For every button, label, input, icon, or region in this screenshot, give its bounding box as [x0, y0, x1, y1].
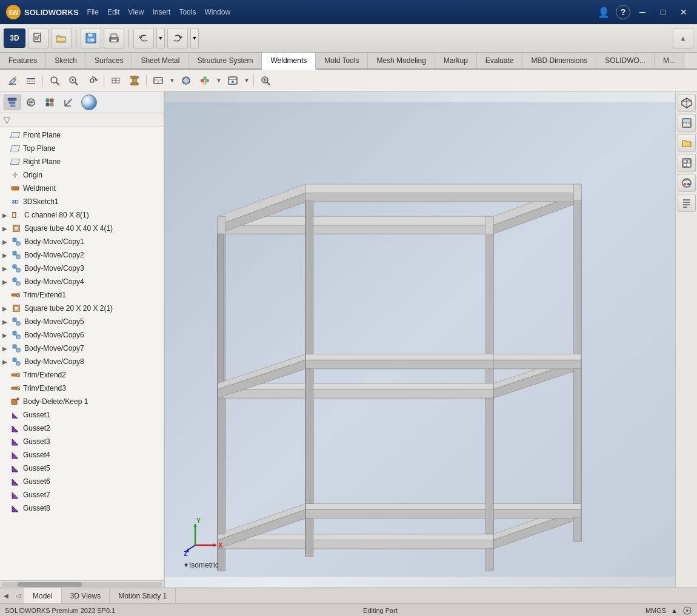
menu-file[interactable]: File [84, 7, 102, 18]
tab-sheet-metal[interactable]: Sheet Metal [132, 53, 188, 68]
maximize-button[interactable]: □ [655, 4, 672, 21]
user-button[interactable]: 👤 [595, 4, 612, 21]
expander-icon[interactable]: ▶ [2, 279, 10, 285]
feature-tree-item[interactable]: ▶ Body-Move/Copy7 [0, 342, 164, 355]
expander-icon[interactable]: ▶ [2, 225, 10, 232]
appearances-scene-button[interactable] [678, 174, 696, 192]
feature-tree-item[interactable]: ▶ Body-Move/Copy3 [0, 262, 164, 275]
feature-tree-item[interactable]: Top Plane [0, 142, 164, 155]
menu-view[interactable]: View [125, 7, 148, 18]
configuration-manager-button[interactable] [41, 94, 58, 110]
3d-button[interactable]: 3D [4, 28, 25, 48]
redo-button[interactable] [167, 28, 188, 48]
minimize-button[interactable]: ─ [634, 4, 651, 21]
feature-tree-item[interactable]: Gusset3 [0, 435, 164, 448]
rotate-view-button[interactable] [84, 73, 101, 88]
appearances-sphere[interactable] [81, 94, 97, 110]
structural-members-button[interactable] [126, 73, 143, 88]
open-file-button[interactable] [51, 28, 72, 48]
feature-tree-item[interactable]: Front Plane [0, 128, 164, 142]
file-manager-button[interactable] [678, 134, 696, 152]
expander-icon[interactable]: ▶ [2, 239, 10, 245]
expander-icon[interactable]: ▶ [2, 212, 10, 219]
close-button[interactable]: ✕ [675, 4, 692, 21]
feature-tree-button[interactable] [4, 94, 21, 110]
drawing-view-button[interactable] [678, 154, 696, 172]
property-manager-button[interactable] [22, 94, 39, 110]
tab-motion-study[interactable]: Motion Study 1 [110, 588, 176, 603]
tab-3d-views[interactable]: 3D Views [62, 588, 110, 603]
weldment-profiles-button[interactable] [107, 73, 124, 88]
tab-mesh-modeling[interactable]: Mesh Modeling [368, 53, 435, 68]
tab-sketch[interactable]: Sketch [46, 53, 86, 68]
nav-back-start-button[interactable]: ◁ [12, 588, 24, 603]
feature-tree-item[interactable]: ▶ Square tube 40 X 40 X 4(1) [0, 222, 164, 235]
tab-features[interactable]: Features [0, 53, 46, 68]
edit-sketch-button[interactable] [4, 73, 21, 88]
expander-icon[interactable]: ▶ [2, 305, 10, 312]
status-arrow[interactable]: ▲ [671, 607, 678, 614]
scrollbar-thumb[interactable] [18, 582, 82, 587]
3d-viewport[interactable]: X Y Z ✦Isometric [165, 91, 675, 588]
help-button[interactable]: ? [616, 5, 630, 19]
tab-markup[interactable]: Markup [435, 53, 477, 68]
expander-icon[interactable]: ▶ [2, 319, 10, 325]
tab-surfaces[interactable]: Surfaces [86, 53, 132, 68]
tab-model[interactable]: Model [24, 588, 62, 603]
expander-icon[interactable]: ▶ [2, 332, 10, 339]
expander-icon[interactable]: ▶ [2, 252, 10, 259]
feature-tree-item[interactable]: ▶ Body-Move/Copy2 [0, 248, 164, 262]
display-manager-button[interactable] [224, 73, 241, 88]
tab-m[interactable]: M... [655, 53, 684, 68]
feature-tree-item[interactable]: Body-Delete/Keep 1 [0, 395, 164, 408]
line-format-button[interactable] [22, 73, 39, 88]
expander-icon[interactable]: ▶ [2, 359, 10, 365]
task-pane-button[interactable] [678, 194, 696, 212]
feature-tree-scrollbar[interactable] [0, 580, 164, 588]
view-display-button[interactable] [150, 73, 167, 88]
feature-tree-item[interactable]: Gusset8 [0, 502, 164, 515]
feature-tree-item[interactable]: Gusset5 [0, 462, 164, 475]
feature-tree-item[interactable]: 3D 3DSketch1 [0, 195, 164, 208]
feature-tree-item[interactable]: ▶ Body-Move/Copy6 [0, 328, 164, 342]
undo-button[interactable] [133, 28, 154, 48]
dimension-xpert-button[interactable]: D [60, 94, 77, 110]
expander-icon[interactable]: ▶ [2, 265, 10, 272]
tab-structure-system[interactable]: Structure System [188, 53, 262, 68]
new-file-button[interactable] [28, 28, 48, 48]
view-orientation-button[interactable] [678, 94, 696, 112]
display-style-button[interactable] [178, 73, 195, 88]
search-commands-button[interactable] [257, 73, 274, 88]
feature-tree-item[interactable]: ▶ Body-Move/Copy8 [0, 355, 164, 368]
feature-tree-item[interactable]: Trim/Extend3 [0, 382, 164, 395]
menu-insert[interactable]: Insert [148, 7, 174, 18]
feature-tree-item[interactable]: Trim/Extend1 [0, 288, 164, 302]
tab-mold-tools[interactable]: Mold Tools [316, 53, 368, 68]
appearances-button[interactable] [196, 73, 213, 88]
feature-tree-item[interactable]: ▶ C channel 80 X 8(1) [0, 208, 164, 222]
menu-edit[interactable]: Edit [104, 7, 124, 18]
feature-tree-item[interactable]: Gusset6 [0, 475, 164, 488]
feature-tree-item[interactable]: Gusset7 [0, 488, 164, 502]
feature-tree-item[interactable]: ▶ Body-Move/Copy4 [0, 275, 164, 288]
tab-evaluate[interactable]: Evaluate [477, 53, 523, 68]
collapse-button[interactable]: ▲ [673, 28, 693, 48]
feature-tree-item[interactable]: ✛ Origin [0, 168, 164, 182]
tab-mbd-dimensions[interactable]: MBD Dimensions [523, 53, 597, 68]
feature-tree-item[interactable]: Right Plane [0, 155, 164, 168]
feature-tree-item[interactable]: Gusset1 [0, 408, 164, 422]
menu-tools[interactable]: Tools [175, 7, 199, 18]
feature-tree-item[interactable]: Gusset4 [0, 448, 164, 462]
feature-tree-item[interactable]: ▶ Square tube 20 X 20 X 2(1) [0, 302, 164, 315]
menu-window[interactable]: Window [201, 7, 234, 18]
section-view-button[interactable] [678, 114, 696, 132]
nav-back-button[interactable]: ◀ [0, 588, 12, 603]
tab-solidworks[interactable]: SOLIDWO... [596, 53, 655, 68]
feature-tree-item[interactable]: Weldment [0, 182, 164, 195]
tab-weldments[interactable]: Weldments [262, 53, 316, 70]
feature-tree-item[interactable]: ▶ Body-Move/Copy1 [0, 235, 164, 248]
search-button[interactable] [46, 73, 63, 88]
save-button[interactable] [81, 28, 101, 48]
redo-dropdown[interactable]: ▼ [190, 28, 199, 48]
view-dropdown[interactable]: ▼ [168, 73, 176, 88]
